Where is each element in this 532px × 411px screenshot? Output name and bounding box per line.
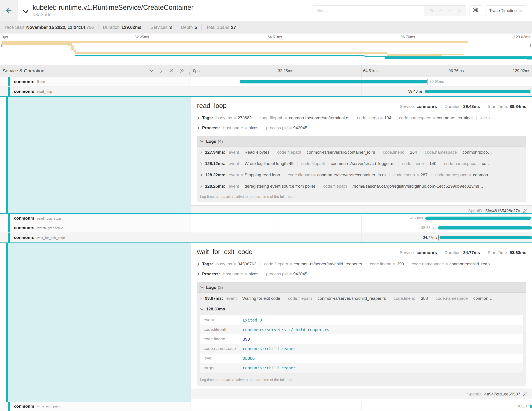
process-pairs: host.name=nixosprocess.pid=942045 (223, 126, 307, 130)
match-case-icon[interactable] (429, 9, 434, 13)
span-timeline-cell[interactable]: 35.58ms (191, 223, 532, 233)
find-controls (424, 6, 466, 16)
duration-value: 34.77ms (463, 250, 480, 255)
span-bar[interactable] (425, 90, 530, 93)
span-id-label: SpanID: (468, 208, 484, 213)
chevron-right-icon (200, 162, 203, 166)
service-value: conmonrs (416, 250, 437, 255)
kv-pair: code.lineno=287 (389, 173, 428, 177)
span-detail-wait-for-exit-code: wait_for_exit_code Service:conmonrs Dura… (0, 243, 532, 402)
log-row[interactable]: 127.94ms: event=Read 4 bytescode.filepat… (197, 147, 526, 158)
span-row-read-loop[interactable]: conmonrs read_loop 39.43ms (0, 87, 532, 96)
span-timeline-cell[interactable]: 39.43ms (191, 87, 532, 96)
copy-link-icon[interactable] (522, 208, 528, 213)
expand-all-icon[interactable] (180, 68, 184, 73)
span-bar[interactable] (438, 226, 532, 230)
span-row-read-loop-stdin[interactable]: conmonrs read_loop_stdin 39.69ms (0, 214, 532, 223)
collapse-all-icon[interactable] (169, 68, 174, 73)
column-resizer-handle[interactable] (188, 72, 190, 75)
logs-header[interactable]: Logs (2) (197, 283, 526, 293)
log-timestamp: 128.33ms (206, 307, 225, 312)
span-name-cell[interactable]: conmonrs read_loop (0, 87, 191, 96)
log-row[interactable]: 93.87ms: event=Waiting for exit codecode… (197, 293, 526, 304)
span-row-watch-grandchild[interactable]: conmonrs watch_grandchild 35.58ms (0, 223, 532, 233)
minimap-span-bar (74, 50, 76, 52)
detail-gutter-fill (8, 243, 191, 402)
log-pairs: event=Waiting for exit codecode.filepath… (226, 296, 493, 301)
span-row-listen[interactable]: conmonrs listen 70.91ms (0, 77, 532, 87)
span-row-write-exit-path[interactable]: conmonrs write_exit_path 303μs (0, 402, 532, 410)
span-name-cell[interactable]: conmonrs wait_for_exit_code (0, 233, 191, 243)
process-pairs: host.name=nixosprocess.pid=942045 (223, 272, 307, 276)
chevron-right-icon (200, 185, 203, 188)
tags-accordion[interactable]: Tags: busy_ns=273882code.filepath=conmon… (197, 113, 526, 123)
copy-link-icon[interactable] (522, 391, 528, 397)
log-row-expanded[interactable]: 128.33ms (197, 304, 526, 314)
span-name-cell[interactable]: conmonrs write_exit_path (0, 402, 191, 410)
span-timeline-cell[interactable]: 34.77ms (191, 233, 532, 243)
find-next-icon[interactable] (448, 9, 452, 12)
span-timeline-cell[interactable]: 303μs (191, 402, 532, 410)
span-bar[interactable] (439, 236, 532, 239)
operation-name: watch_grandchild (37, 226, 63, 230)
span-name-cell[interactable]: conmonrs listen (0, 77, 191, 86)
logs-header[interactable]: Logs (4) (197, 136, 526, 147)
log-timestamp: 128.12ms: (205, 161, 225, 166)
span-bar[interactable] (530, 405, 532, 408)
clear-find-icon[interactable] (457, 9, 461, 12)
kv-pair: event=Read 4 bytes (229, 150, 270, 155)
divider (146, 24, 146, 30)
kv-pair: code.filepath=conmon-rs/server/src/child… (284, 296, 386, 301)
span-bar[interactable] (425, 217, 531, 220)
find-input[interactable] (313, 6, 424, 16)
collapse-controls (149, 68, 184, 73)
service-name: conmonrs (14, 89, 34, 94)
span-row-wait-for-exit-code[interactable]: conmonrs wait_for_exit_code 34.77ms (0, 233, 532, 243)
jaeger-trace-page: kubelet: runtime.v1.RuntimeService/Creat… (0, 0, 532, 411)
table-row: code.filepath conmon−rs/server/src/child… (200, 325, 523, 334)
span-timeline-cell[interactable]: 70.91ms (191, 77, 532, 86)
collapse-trace-chevron[interactable] (22, 9, 29, 15)
process-accordion[interactable]: Process: host.name=nixosprocess.pid=9420… (197, 123, 526, 133)
span-meta: Service:conmonrs Duration:39.43ms Start … (400, 104, 526, 109)
service-label: Service: (400, 104, 415, 109)
log-row[interactable]: 128.12ms: event=Wrote log line of length… (197, 158, 526, 169)
trace-view-selector[interactable]: Trace Timeline (485, 5, 526, 16)
timeline-tick: 0μs (193, 68, 200, 73)
chevron-right-icon (197, 262, 200, 266)
span-name-cell[interactable]: conmonrs read_loop_stdin (0, 214, 191, 223)
tags-accordion[interactable]: Tags: busy_ns=34506763code.filepath=conm… (197, 259, 526, 269)
duration-label: Duration: (445, 104, 462, 109)
span-timeline-cell[interactable]: 39.69ms (191, 214, 532, 223)
log-timestamp: 127.94ms: (205, 150, 225, 155)
log-row[interactable]: 128.22ms: event=Stopping read loopcode.f… (197, 169, 526, 181)
detail-gutter-fill (8, 97, 191, 213)
expand-one-icon[interactable] (160, 68, 163, 73)
minimap-span-bar (75, 55, 364, 56)
keyboard-shortcuts-button[interactable]: ⌘ (469, 5, 482, 16)
chevron-right-icon (200, 297, 203, 300)
log-timestamp: 128.25ms: (205, 184, 225, 189)
log-row[interactable]: 128.25ms: event=deregistering event sour… (197, 181, 526, 192)
field-key: level (200, 356, 243, 361)
minimap-tick: 0μs (2, 35, 8, 39)
span-bar[interactable] (240, 80, 427, 83)
back-button[interactable] (0, 0, 18, 21)
tags-pairs: busy_ns=273882code.filepath=conmon-rs/se… (216, 116, 496, 120)
minimap-canvas[interactable] (0, 40, 532, 61)
span-name-cell[interactable]: conmonrs watch_grandchild (0, 223, 191, 233)
find-prev-icon[interactable] (438, 9, 443, 12)
span-detail-titlebar: read_loop Service:conmonrs Duration:39.4… (197, 102, 526, 109)
logs-title: Logs (206, 139, 216, 144)
kv-pair: idle_n… (476, 116, 496, 120)
timeline-grid-header: Service & Operation 0μs 32.25ms 64. (0, 65, 532, 77)
table-row: event Exited 0 (200, 315, 523, 325)
logs-accordion: Logs (4) 127.94ms: event=Read 4 bytescod… (197, 136, 526, 202)
kv-pair: code.lineno=140 (398, 161, 436, 166)
tags-pairs: busy_ns=34506763code.filepath=conmon-rs/… (216, 262, 494, 266)
process-accordion[interactable]: Process: host.name=nixosprocess.pid=9420… (197, 269, 526, 279)
span-detail-titlebar: wait_for_exit_code Service:conmonrs Dura… (197, 248, 526, 255)
span-id-value: 5faf48165428c37a (485, 208, 520, 213)
process-label: Process: (202, 126, 220, 130)
collapse-one-icon[interactable] (149, 69, 154, 72)
